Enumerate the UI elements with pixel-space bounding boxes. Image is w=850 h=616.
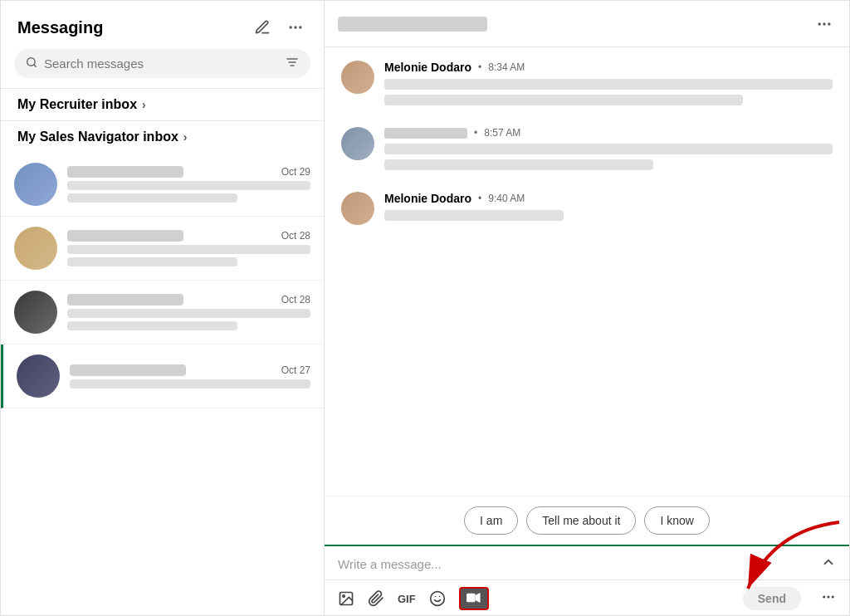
conv-preview-blur <box>67 181 310 190</box>
msg-time: 8:34 AM <box>488 61 525 73</box>
quick-reply-i-am[interactable]: I am <box>464 506 518 535</box>
msg-time: 8:57 AM <box>484 127 520 139</box>
conv-content: Oct 28 <box>67 230 310 266</box>
list-item[interactable]: Oct 27 <box>1 345 324 408</box>
conv-preview-blur <box>67 245 310 254</box>
svg-point-2 <box>299 26 301 28</box>
svg-line-4 <box>34 65 37 67</box>
message-group: Melonie Dodaro • 9:40 AM <box>341 192 833 226</box>
svg-point-0 <box>290 26 292 28</box>
list-item[interactable]: Oct 28 <box>1 281 324 345</box>
conv-date: Oct 29 <box>281 166 310 178</box>
svg-marker-17 <box>475 593 480 603</box>
msg-sender-name: Melonie Dodaro <box>384 61 471 74</box>
message-content: • 8:57 AM <box>384 127 833 175</box>
recruiter-inbox-label[interactable]: My Recruiter inbox › <box>1 88 324 120</box>
gif-button[interactable]: GIF <box>398 593 416 605</box>
msg-time: 9:40 AM <box>488 193 525 204</box>
image-icon[interactable] <box>338 590 354 607</box>
list-item[interactable]: Oct 28 <box>1 217 324 281</box>
msg-line <box>384 210 564 221</box>
search-icon <box>26 56 37 71</box>
msg-sender-row: • 8:57 AM <box>384 127 833 139</box>
message-group: • 8:57 AM <box>341 127 833 175</box>
svg-point-13 <box>430 592 444 606</box>
sales-nav-inbox-label[interactable]: My Sales Navigator inbox › <box>1 120 324 153</box>
chat-header <box>325 1 849 47</box>
conv-date: Oct 28 <box>281 294 310 306</box>
svg-point-20 <box>828 595 830 598</box>
avatar <box>14 163 57 206</box>
quick-reply-tell-me[interactable]: Tell me about it <box>526 506 636 535</box>
svg-point-19 <box>823 595 825 598</box>
quick-replies: I am Tell me about it I know <box>325 496 849 545</box>
msg-time: • <box>478 61 481 73</box>
more-options-button[interactable] <box>284 16 307 39</box>
avatar <box>14 227 57 270</box>
header-actions <box>251 16 307 39</box>
conversation-list: Oct 29 Oct 28 <box>1 153 324 616</box>
conv-date: Oct 28 <box>281 230 310 242</box>
msg-time: • <box>478 193 481 204</box>
send-button[interactable]: Send <box>743 587 801 610</box>
list-item[interactable]: Oct 29 <box>1 153 324 217</box>
msg-sender-row: Melonie Dodaro • 8:34 AM <box>384 61 833 74</box>
conv-name-blur <box>67 294 183 306</box>
msg-sender-row: Melonie Dodaro • 9:40 AM <box>384 192 833 205</box>
conv-name-blur <box>67 166 183 178</box>
conv-preview-blur <box>67 309 310 318</box>
avatar <box>17 354 60 398</box>
avatar <box>14 291 57 334</box>
conv-name-blur <box>67 230 183 242</box>
avatar <box>341 61 374 94</box>
conv-preview-blur <box>70 379 310 389</box>
compose-button[interactable] <box>251 16 274 39</box>
chat-area: Melonie Dodaro • 8:34 AM • 8:57 AM <box>325 1 849 616</box>
message-input-placeholder: Write a message... <box>338 557 821 571</box>
conv-content: Oct 28 <box>67 294 310 330</box>
msg-sender-name: Melonie Dodaro <box>384 192 471 205</box>
svg-point-10 <box>828 22 830 25</box>
search-bar <box>14 49 310 78</box>
conv-name-blur <box>70 364 186 376</box>
svg-point-1 <box>294 26 296 28</box>
conv-name-row: Oct 27 <box>70 364 310 376</box>
emoji-icon[interactable] <box>429 590 446 607</box>
conv-name-row: Oct 28 <box>67 294 310 306</box>
chat-header-name <box>338 17 487 32</box>
msg-sender-blur <box>384 128 467 139</box>
chat-more-options-button[interactable] <box>813 12 836 36</box>
sidebar: Messaging <box>1 1 325 616</box>
conv-name-row: Oct 29 <box>67 166 310 178</box>
filter-icon[interactable] <box>286 56 299 71</box>
search-input[interactable] <box>44 56 279 71</box>
message-input-area: Write a message... <box>325 545 849 579</box>
conv-preview-blur-short <box>67 193 237 203</box>
svg-point-9 <box>823 22 825 25</box>
message-group: Melonie Dodaro • 8:34 AM <box>341 61 833 110</box>
conv-preview-blur-short <box>67 321 237 330</box>
conv-content: Oct 29 <box>67 166 310 203</box>
msg-line <box>384 95 743 105</box>
collapse-icon[interactable] <box>821 555 836 573</box>
svg-point-21 <box>832 595 834 598</box>
avatar <box>341 192 374 225</box>
msg-line <box>384 159 653 170</box>
quick-reply-i-know[interactable]: I know <box>644 506 709 535</box>
conv-preview-blur-short <box>67 257 237 266</box>
conv-name-row: Oct 28 <box>67 230 310 242</box>
msg-time: • <box>474 127 477 139</box>
more-toolbar-options-button[interactable] <box>821 589 836 609</box>
message-content: Melonie Dodaro • 8:34 AM <box>384 61 833 110</box>
conv-date: Oct 27 <box>281 364 310 376</box>
chevron-right-icon: › <box>183 130 188 144</box>
svg-rect-16 <box>467 593 476 602</box>
message-toolbar: GIF Send <box>325 579 849 616</box>
video-call-button[interactable] <box>459 587 489 610</box>
msg-line <box>384 79 833 90</box>
msg-line <box>384 144 833 154</box>
video-icon <box>467 592 481 606</box>
message-content: Melonie Dodaro • 9:40 AM <box>384 192 833 226</box>
sidebar-header: Messaging <box>1 1 324 49</box>
attachment-icon[interactable] <box>368 590 384 607</box>
